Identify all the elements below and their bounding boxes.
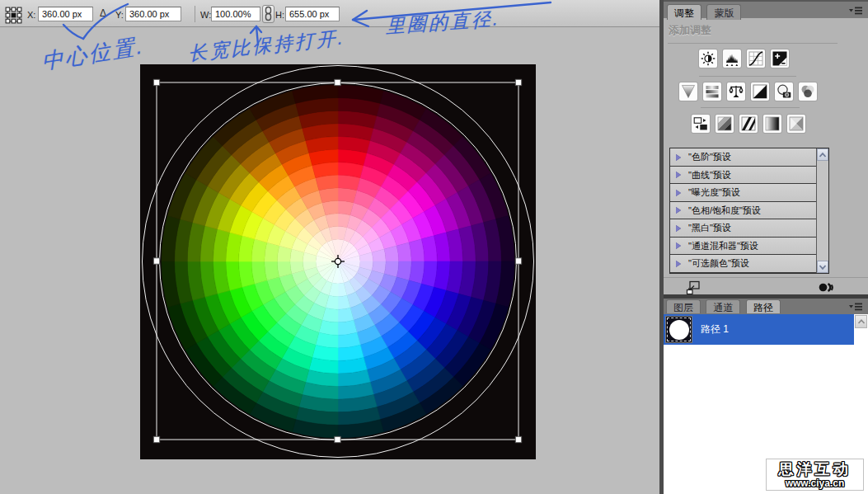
preset-item-label: "可选颜色"预设	[688, 258, 749, 268]
selective-color-icon[interactable]	[787, 115, 805, 133]
brightness-contrast-icon[interactable]	[699, 49, 717, 68]
paths-panel-content: 路径 1 思洋互动 www.ciya.cn	[664, 314, 868, 494]
preset-item[interactable]: "曲线"预设	[670, 167, 828, 185]
exposure-icon[interactable]	[771, 49, 789, 68]
preset-item[interactable]: "可选颜色"预设	[670, 255, 828, 273]
tab-channels[interactable]: 通道	[706, 299, 740, 313]
gradient-map-icon[interactable]	[763, 115, 781, 133]
x-input[interactable]	[38, 7, 93, 21]
y-input[interactable]	[125, 7, 181, 21]
preset-item[interactable]: "色阶"预设	[670, 148, 828, 167]
preset-item-label: "曝光度"预设	[688, 187, 740, 197]
photoshop-window: X: Δ Y: W: H: 中心位置. 长宽比保持打开. 里圈的直径.	[0, 0, 868, 494]
x-field-label: X:	[27, 8, 35, 21]
maintain-aspect-ratio-link-icon[interactable]	[262, 5, 274, 23]
h-field-label: H:	[275, 8, 284, 21]
tab-layers[interactable]: 图层	[666, 299, 701, 313]
annotation-center-position: 中心位置.	[40, 31, 146, 77]
preset-item-label: "曲线"预设	[688, 170, 731, 180]
w-field-label: W:	[200, 8, 211, 21]
expand-view-icon[interactable]	[686, 280, 701, 295]
w-input[interactable]	[211, 7, 260, 21]
panel-menu-icon[interactable]	[848, 6, 863, 16]
add-adjustment-label: 添加调整	[669, 23, 711, 38]
adjustment-icon-row-3	[692, 115, 805, 133]
posterize-icon[interactable]	[716, 115, 734, 133]
separator	[701, 107, 800, 108]
path-item-row[interactable]: 路径 1	[664, 314, 854, 345]
preset-item-label: "通道混和器"预设	[688, 241, 758, 251]
scroll-up-arrow[interactable]	[855, 315, 867, 328]
paths-tab-bar: 图层 通道 路径	[664, 299, 868, 314]
adjustment-icon-row-2	[679, 82, 817, 101]
adjustments-tab-bar: 调整 蒙版	[664, 0, 868, 18]
expand-triangle-icon[interactable]	[676, 225, 681, 232]
separator	[668, 43, 838, 44]
preset-item[interactable]: "黑白"预设	[670, 219, 828, 238]
hue-saturation-icon[interactable]	[703, 82, 721, 101]
expand-triangle-icon[interactable]	[676, 207, 681, 214]
color-wheel-image	[140, 64, 536, 459]
levels-icon[interactable]	[723, 49, 741, 68]
preset-item-label: "色相/饱和度"预设	[688, 205, 761, 215]
document-canvas[interactable]	[140, 64, 536, 459]
expand-triangle-icon[interactable]	[676, 154, 681, 161]
tab-paths[interactable]: 路径	[746, 299, 781, 313]
watermark-title: 思洋互动	[767, 461, 863, 478]
color-balance-icon[interactable]	[727, 82, 745, 101]
panel-menu-icon[interactable]	[848, 302, 863, 312]
preset-item-label: "色阶"预设	[688, 152, 731, 162]
separator	[664, 277, 868, 278]
vibrance-icon[interactable]	[679, 82, 697, 101]
preset-item[interactable]: "通道混和器"预设	[670, 238, 828, 256]
preset-item[interactable]: "色相/饱和度"预设	[670, 202, 828, 220]
presets-scrollbar[interactable]	[816, 148, 828, 273]
panel-dock: 调整 蒙版 添加调整 "色阶"预设"曲线"预设"曝光度"预设"色相/饱和度"预设…	[659, 0, 868, 494]
adjustment-icon-row-1	[699, 49, 789, 68]
options-separator	[195, 6, 195, 22]
path-circle-preview	[669, 320, 689, 340]
path-thumbnail[interactable]	[665, 316, 692, 343]
h-input[interactable]	[285, 7, 340, 21]
clip-to-layer-icon[interactable]	[819, 281, 835, 294]
preset-item[interactable]: "曝光度"预设	[670, 184, 828, 202]
scroll-up-arrow[interactable]	[817, 148, 828, 161]
tab-adjustments[interactable]: 调整	[667, 4, 701, 20]
adjustment-presets-list: "色阶"预设"曲线"预设"曝光度"预设"色相/饱和度"预设"黑白"预设"通道混和…	[669, 148, 829, 274]
watermark: 思洋互动 www.ciya.cn	[766, 459, 864, 491]
annotation-aspect-ratio: 长宽比保持打开.	[188, 25, 345, 67]
curves-icon[interactable]	[747, 49, 765, 68]
preset-item-label: "黑白"预设	[688, 223, 731, 233]
transform-options-bar: X: Δ Y: W: H:	[0, 0, 659, 27]
expand-triangle-icon[interactable]	[676, 261, 681, 267]
expand-triangle-icon[interactable]	[676, 242, 681, 249]
invert-icon[interactable]	[692, 115, 710, 133]
expand-triangle-icon[interactable]	[676, 190, 681, 196]
scroll-down-arrow[interactable]	[817, 261, 828, 273]
y-field-label: Y:	[115, 8, 124, 21]
reference-point-locator-icon[interactable]	[4, 6, 23, 25]
delta-icon[interactable]: Δ	[100, 7, 106, 19]
black-white-icon[interactable]	[751, 82, 769, 101]
path-item-label: 路径 1	[701, 322, 729, 336]
photo-filter-icon[interactable]	[775, 82, 793, 101]
separator	[699, 76, 796, 77]
channel-mixer-icon[interactable]	[799, 82, 817, 101]
expand-triangle-icon[interactable]	[676, 172, 681, 178]
tab-masks[interactable]: 蒙版	[706, 4, 741, 20]
threshold-icon[interactable]	[739, 115, 758, 133]
watermark-url: www.ciya.cn	[767, 478, 863, 489]
